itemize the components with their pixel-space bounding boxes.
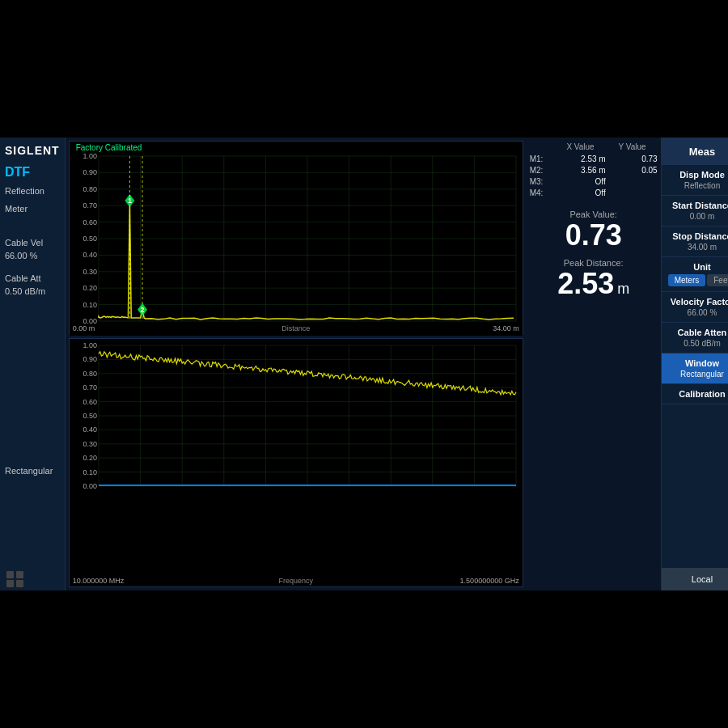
left-panel: SIGLENT DTF Reflection Meter Cable Vel 6… [0, 138, 66, 590]
disp-mode-menu[interactable]: Disp Mode Reflection ▶ [662, 165, 728, 196]
top-chart-x-end: 34.00 m [493, 324, 519, 332]
m2-label: M2: [530, 166, 554, 175]
info-panel: X Value Y Value M1: 2.53 m 0.73 M2: 3.56… [527, 138, 661, 590]
stop-distance-menu[interactable]: Stop Distance 34.00 m [662, 226, 728, 257]
peak-distance-unit: m [617, 281, 629, 298]
bottom-chart-x-start: 10.000000 MHz [73, 577, 125, 585]
cable-att-label: Cable Att [5, 272, 60, 285]
window-menu[interactable]: Window Rectangular ▶ [662, 353, 728, 384]
unit-label: Meter [5, 202, 60, 215]
top-chart-x-label: Distance [281, 324, 310, 332]
disp-mode-title: Disp Mode [668, 170, 728, 180]
cable-vel-value: 66.00 % [5, 249, 60, 262]
top-chart-x-start: 0.00 m [73, 324, 95, 332]
cable-vel-label: Cable Vel [5, 236, 60, 249]
marker-row-m2: M2: 3.56 m 0.05 [530, 166, 658, 175]
dtf-label: DTF [5, 165, 60, 180]
peak-section: Peak Value: 0.73 Peak Distance: 2.53 m [530, 210, 658, 299]
meas-header: Meas [662, 138, 728, 165]
bottom-icons [6, 571, 24, 587]
unit-menu[interactable]: Unit Meters Feet [662, 257, 728, 292]
stop-distance-title: Stop Distance [668, 231, 728, 241]
start-distance-menu[interactable]: Start Distance 0.00 m [662, 196, 728, 226]
m3-label: M3: [530, 177, 554, 186]
velocity-factor-menu[interactable]: Velocity Factor 66.00 % [662, 292, 728, 323]
window-value: Rectangular [668, 370, 728, 379]
cable-atten-value: 0.50 dB/m [668, 339, 728, 348]
unit-meters-btn[interactable]: Meters [668, 274, 706, 286]
marker-row-m4: M4: Off [530, 188, 658, 197]
peak-distance-value: 2.53 [557, 268, 614, 300]
main-area: Factory Calibrated Distance 0.00 m 34.00… [66, 138, 527, 590]
x-value-header: X Value [546, 142, 595, 151]
freq-chart: Frequency 10.000000 MHz 1.500000000 GHz [69, 338, 523, 587]
velocity-factor-value: 66.00 % [668, 308, 728, 317]
meas-header-text: Meas [689, 146, 716, 158]
window-label: Rectangular [5, 464, 60, 477]
m3-x: Off [557, 177, 606, 186]
start-distance-value: 0.00 m [668, 212, 728, 221]
stop-distance-value: 34.00 m [668, 243, 728, 252]
disp-mode-label: Reflection [5, 184, 60, 197]
brand-label: SIGLENT [5, 144, 60, 157]
velocity-factor-title: Velocity Factor [668, 297, 728, 307]
calibration-title: Calibration [668, 389, 728, 399]
window-title: Window [668, 358, 728, 368]
calibration-text: Factory Calibrated [76, 143, 142, 152]
right-panel: Meas Disp Mode Reflection ▶ Start Distan… [661, 138, 728, 590]
grid-icon [6, 571, 24, 587]
peak-distance-label: Peak Distance: [530, 258, 658, 268]
bottom-chart-x-label: Frequency [278, 577, 313, 585]
bottom-chart-x-end: 1.500000000 GHz [460, 577, 519, 585]
marker-table: X Value Y Value M1: 2.53 m 0.73 M2: 3.56… [530, 142, 658, 200]
cable-atten-title: Cable Atten [668, 328, 728, 337]
local-label: Local [692, 574, 713, 584]
marker-row-m3: M3: Off [530, 177, 658, 186]
unit-title: Unit [668, 262, 728, 272]
m1-x: 2.53 m [557, 154, 606, 163]
m2-x: 3.56 m [557, 166, 606, 175]
local-button[interactable]: Local [662, 568, 728, 590]
cable-att-value: 0.50 dB/m [5, 285, 60, 298]
start-distance-title: Start Distance [668, 201, 728, 210]
m2-y: 0.05 [609, 166, 658, 175]
disp-mode-value: Reflection [668, 181, 728, 190]
unit-feet-btn[interactable]: Feet [707, 274, 728, 286]
marker-row-m1: M1: 2.53 m 0.73 [530, 154, 658, 163]
m1-y: 0.73 [609, 154, 658, 163]
unit-toggle: Meters Feet [668, 274, 728, 286]
m4-x: Off [557, 188, 606, 197]
m4-label: M4: [530, 188, 554, 197]
cable-atten-menu[interactable]: Cable Atten 0.50 dB/m [662, 323, 728, 353]
dtf-chart: Factory Calibrated Distance 0.00 m 34.00… [69, 141, 523, 335]
m1-label: M1: [530, 154, 554, 163]
calibration-menu[interactable]: Calibration ▶ [662, 384, 728, 404]
peak-value: 0.73 [530, 219, 658, 252]
y-value-header: Y Value [598, 142, 646, 151]
